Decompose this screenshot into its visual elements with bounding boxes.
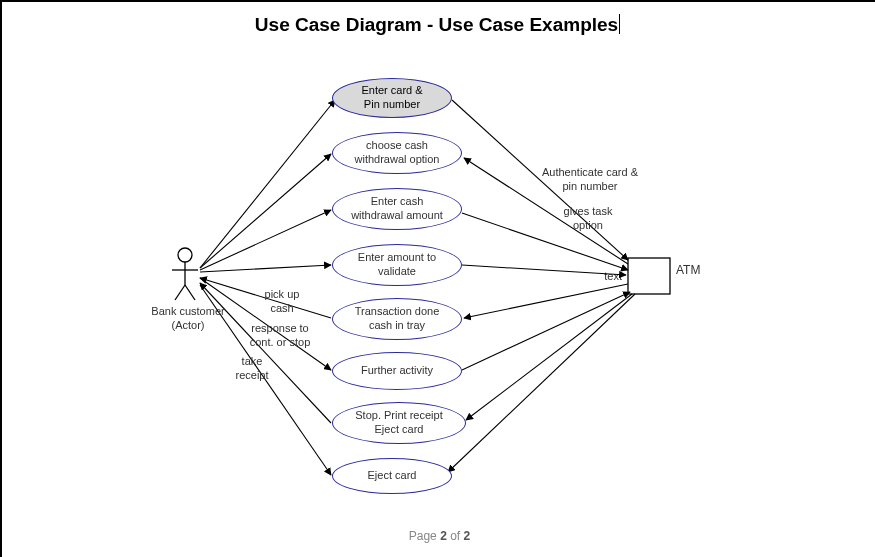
svg-line-6 xyxy=(200,100,335,268)
atm-system-box xyxy=(628,258,670,294)
actor-icon xyxy=(172,248,198,300)
edge-label-pick-up-cash: pick up cash xyxy=(252,288,312,316)
use-case-transaction-done: Transaction done cash in tray xyxy=(332,298,462,340)
edge-label-take-receipt: take receipt xyxy=(222,355,282,383)
svg-line-17 xyxy=(462,265,626,275)
edge-label-authenticate: Authenticate card & pin number xyxy=(530,166,650,194)
use-case-eject-card: Eject card xyxy=(332,458,452,494)
use-case-stop-print-eject: Stop. Print receipt Eject card xyxy=(332,402,466,444)
svg-point-0 xyxy=(178,248,192,262)
use-case-enter-amount: Enter cash withdrawal amount xyxy=(332,188,462,230)
edge-label-gives-task: gives task option xyxy=(548,205,628,233)
atm-arrows xyxy=(448,100,635,472)
svg-line-3 xyxy=(175,285,185,300)
svg-line-20 xyxy=(466,294,632,420)
use-case-further-activity: Further activity xyxy=(332,352,462,390)
title-text: Use Case Diagram - Use Case Examples xyxy=(255,14,618,35)
svg-line-8 xyxy=(200,210,331,270)
use-case-enter-card: Enter card & Pin number xyxy=(332,78,452,118)
page-title: Use Case Diagram - Use Case Examples xyxy=(1,14,875,36)
actor-label: Bank customer (Actor) xyxy=(148,305,228,333)
use-case-validate-amount: Enter amount to validate xyxy=(332,244,462,286)
svg-line-18 xyxy=(464,284,628,318)
svg-line-9 xyxy=(200,265,331,272)
edge-label-response: response to cont. or stop xyxy=(240,322,320,350)
text-cursor xyxy=(619,14,620,34)
atm-label: ATM xyxy=(676,263,700,278)
use-case-choose-withdrawal: choose cash withdrawal option xyxy=(332,132,462,174)
svg-line-7 xyxy=(200,154,331,268)
svg-line-4 xyxy=(185,285,195,300)
page-footer: Page 2 of 2 xyxy=(2,529,875,543)
atm-port-text: text xyxy=(604,270,622,282)
svg-rect-5 xyxy=(628,258,670,294)
svg-line-19 xyxy=(462,292,630,370)
svg-line-21 xyxy=(448,294,635,472)
